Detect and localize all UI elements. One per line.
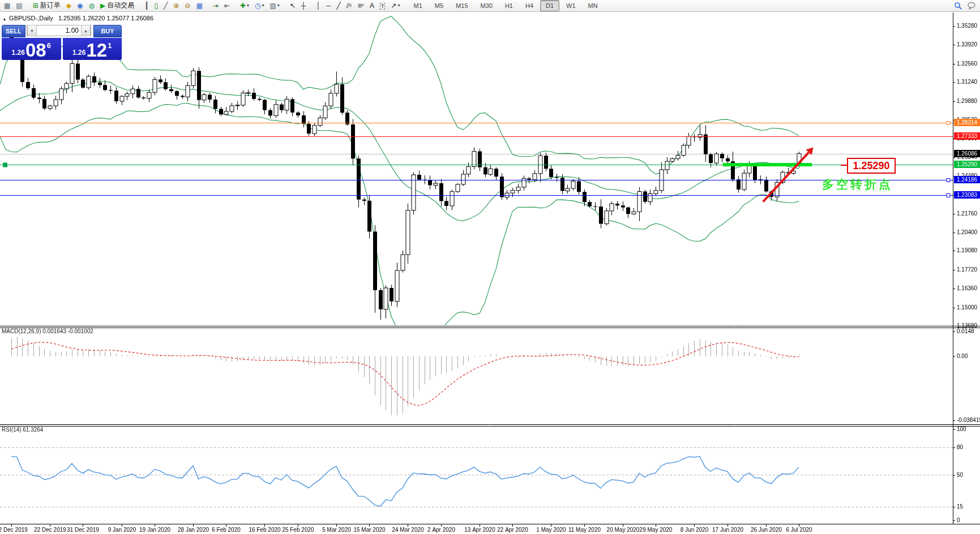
fibonacci-button[interactable]: ≡F xyxy=(356,0,366,11)
timeframe-w1[interactable]: W1 xyxy=(560,0,581,11)
auto-scroll-icon: ⇥ xyxy=(213,2,219,9)
timeframe-m30[interactable]: M30 xyxy=(475,0,498,11)
timeframe-h1-label: H1 xyxy=(502,2,516,9)
indicators-button[interactable]: ✚▾ xyxy=(238,0,251,11)
rsi-value: 61.3264 xyxy=(23,427,43,433)
tile-windows-icon: ▦ xyxy=(196,2,202,9)
chart-shift-icon: ⇤ xyxy=(224,2,230,9)
arrows-icon: ↗ xyxy=(391,2,396,9)
periods-icon: ◷ xyxy=(255,2,260,9)
templates-button-dropdown-icon: ▾ xyxy=(277,3,280,8)
data-window-button[interactable]: ▤ xyxy=(14,0,24,11)
rsi-indicator-label: RSI(14) 61.3264 xyxy=(2,427,43,433)
auto-scroll-button[interactable]: ⇥ xyxy=(211,0,221,11)
buy-price-panel[interactable]: 1.26 12 1 xyxy=(63,38,122,60)
experts-icon: ◉ xyxy=(77,2,83,9)
market-watch-button[interactable]: ▦ xyxy=(2,0,12,11)
templates-button[interactable]: ▧▾ xyxy=(267,0,281,11)
chat-button[interactable] xyxy=(965,0,978,11)
indicators-icon: ✚ xyxy=(240,2,246,9)
new-order-button[interactable]: ⊞新订单 xyxy=(31,0,63,11)
timeframe-m1[interactable]: M1 xyxy=(408,0,428,11)
price-tag-1.24186: 1.24186 xyxy=(954,176,980,183)
cursor-icon: ↖ xyxy=(290,2,296,9)
crosshair-button[interactable]: ┼ xyxy=(299,0,309,11)
chart-ohlc-values: 1.25395 1.26220 1.25077 1.26086 xyxy=(58,15,153,21)
zoom-out-icon: ⊖ xyxy=(185,2,190,9)
chart-canvas[interactable] xyxy=(0,0,980,534)
trendline-icon: ╱ xyxy=(336,2,340,9)
arrows-button[interactable]: ↗▾ xyxy=(388,0,402,11)
buy-button[interactable]: BUY xyxy=(93,25,122,37)
price-tag-1.28314: 1.28314 xyxy=(954,119,980,126)
experts-button[interactable]: ◉ xyxy=(75,0,85,11)
crosshair-icon: ┼ xyxy=(301,2,306,9)
news-button[interactable]: ◍ xyxy=(86,0,96,11)
cursor-button[interactable]: ↖ xyxy=(288,0,298,11)
text-label-button[interactable]: T xyxy=(378,1,388,12)
main-toolbar: ▦▤⊞新订单◆◉◍▶自动交易┃▯╱⊕⊖▦⇥⇤✚▾◷▾▧▾↖┼│─╱⫽E≡FAT↗… xyxy=(0,0,980,12)
autotrading-button[interactable]: ▶自动交易 xyxy=(98,0,136,11)
fibonacci-icon: ≡ xyxy=(358,2,362,9)
support-price-annotation[interactable]: 1.25290 xyxy=(847,158,896,174)
timeframe-m5[interactable]: M5 xyxy=(429,0,449,11)
price-tag-1.27333: 1.27333 xyxy=(954,132,980,140)
news-icon: ◍ xyxy=(88,2,94,9)
text-label-icon: T xyxy=(380,3,386,10)
timeframe-h4-label: H4 xyxy=(522,2,537,9)
bar-chart-button[interactable]: ┃ xyxy=(142,0,151,11)
volume-increase-button[interactable]: ▲ xyxy=(81,25,91,36)
periods-button[interactable]: ◷▾ xyxy=(253,0,267,11)
metaeditor-button[interactable]: ◆ xyxy=(64,0,74,11)
line-chart-icon: ╱ xyxy=(164,2,168,9)
trendline-button[interactable]: ╱ xyxy=(334,0,343,11)
tile-windows-button[interactable]: ▦ xyxy=(194,0,204,11)
timeframe-d1[interactable]: D1 xyxy=(540,0,559,11)
new-order-button-label: 新订单 xyxy=(40,1,61,10)
sell-price-base: 1.26 xyxy=(12,49,25,57)
timeframe-h4[interactable]: H4 xyxy=(520,0,539,11)
one-click-trading-widget: SELL ▼ ▲ BUY 1.26 08 6 1.26 12 1 xyxy=(2,25,122,60)
zoom-out-button[interactable]: ⊖ xyxy=(182,0,192,11)
buy-price-base: 1.26 xyxy=(72,49,85,57)
volume-decrease-button[interactable]: ▼ xyxy=(27,25,37,36)
candlestick-chart-button[interactable]: ▯ xyxy=(152,0,160,11)
timeframe-m1-label: M1 xyxy=(410,2,426,9)
sell-price-panel[interactable]: 1.26 08 6 xyxy=(2,38,61,60)
horizontal-line-icon: ─ xyxy=(326,2,331,9)
search-button[interactable] xyxy=(952,0,964,11)
search-icon xyxy=(954,2,962,10)
bar-chart-icon: ┃ xyxy=(144,2,148,9)
templates-icon: ▧ xyxy=(269,2,276,9)
volume-input[interactable] xyxy=(37,26,81,35)
timeframe-m5-label: M5 xyxy=(431,2,447,9)
timeframe-h1[interactable]: H1 xyxy=(499,0,519,11)
price-tag-1.25290: 1.25290 xyxy=(954,161,980,168)
chart-shift-button[interactable]: ⇤ xyxy=(222,0,232,11)
timeframe-m30-label: M30 xyxy=(477,2,496,9)
sell-price-big: 08 xyxy=(25,42,46,59)
market-watch-icon: ▦ xyxy=(4,2,10,9)
text-button[interactable]: A xyxy=(367,0,376,11)
zoom-in-button[interactable]: ⊕ xyxy=(171,0,181,11)
line-chart-button[interactable]: ╱ xyxy=(161,0,170,11)
timeframe-m15[interactable]: M15 xyxy=(450,0,473,11)
channel-button[interactable]: ⫽E xyxy=(344,0,354,11)
macd-signal-value: -0.001002 xyxy=(68,328,93,334)
timeframe-mn[interactable]: MN xyxy=(583,0,604,11)
candlestick-chart-icon: ▯ xyxy=(154,2,158,9)
text-icon: A xyxy=(370,2,374,9)
macd-main-value: 0.001643 xyxy=(42,328,66,334)
new-order-icon: ⊞ xyxy=(33,2,38,9)
sell-button[interactable]: SELL xyxy=(2,25,25,37)
timeframe-w1-label: W1 xyxy=(563,2,579,9)
horizontal-line-button[interactable]: ─ xyxy=(324,0,333,11)
vertical-line-button[interactable]: │ xyxy=(314,0,323,11)
macd-indicator-label: MACD(12,26,9) 0.001643 -0.001002 xyxy=(2,328,93,334)
zoom-in-icon: ⊕ xyxy=(173,2,179,9)
price-tag-1.26086: 1.26086 xyxy=(954,150,980,157)
volume-control: ▼ ▲ xyxy=(27,25,91,36)
timeframe-d1-label: D1 xyxy=(542,2,557,9)
data-window-icon: ▤ xyxy=(16,2,22,9)
toolbar-buttons: ▦▤⊞新订单◆◉◍▶自动交易┃▯╱⊕⊖▦⇥⇤✚▾◷▾▧▾↖┼│─╱⫽E≡FAT↗… xyxy=(1,0,604,12)
